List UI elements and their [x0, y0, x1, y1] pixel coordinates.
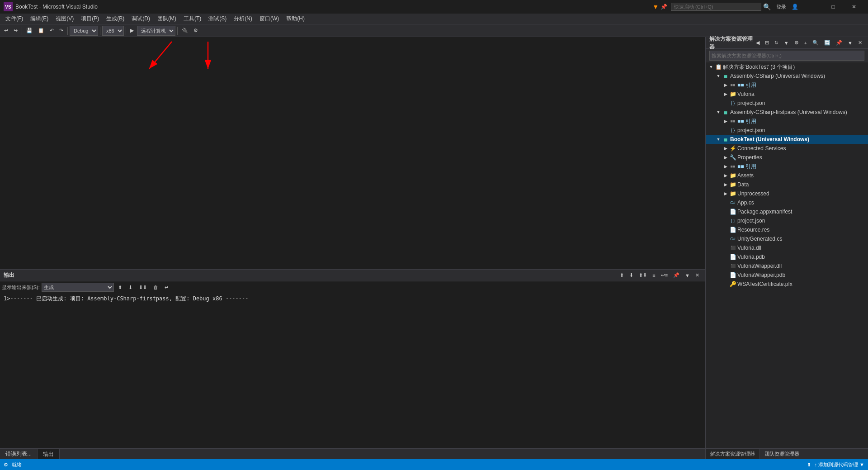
expand-btn-18[interactable]	[722, 226, 729, 233]
close-button[interactable]: ✕	[844, 0, 864, 14]
menu-item-P[interactable]: 项目(P)	[77, 14, 103, 24]
editor-content[interactable]	[0, 37, 705, 269]
expand-btn-15[interactable]	[722, 199, 729, 206]
toolbar-save-btn[interactable]: 💾	[24, 26, 35, 36]
tree-item-11[interactable]: ▶■■■■ 引用	[706, 162, 868, 171]
tree-item-18[interactable]: 📄Resource.res	[706, 225, 868, 234]
toolbar-back-btn[interactable]: ↩	[2, 26, 10, 36]
expand-btn-1[interactable]: ▼	[715, 72, 722, 80]
output-content[interactable]: 1>------- 已启动生成: 项目: Assembly-CSharp-fir…	[0, 293, 705, 448]
expand-btn-23[interactable]	[722, 271, 729, 279]
menu-item-D[interactable]: 调试(D)	[128, 14, 154, 24]
tree-item-20[interactable]: ⬛Vuforia.dll	[706, 243, 868, 252]
expand-btn-16[interactable]	[722, 208, 729, 215]
tree-item-19[interactable]: C#UnityGenerated.cs	[706, 234, 868, 243]
se-sync-btn[interactable]: 🔄	[822, 38, 833, 48]
menu-item-H[interactable]: 帮助(H)	[283, 14, 308, 24]
tree-item-0[interactable]: ▼📋解决方案'BookTest' (3 个项目)	[706, 62, 868, 71]
se-tab-[interactable]: 解决方案资源管理器	[706, 449, 760, 460]
panel-tab-[interactable]: 输出	[38, 449, 60, 460]
output-nav-down[interactable]: ⬇	[126, 282, 135, 292]
status-add-source[interactable]: ↑ 添加到源代码管理 ▼	[815, 461, 865, 468]
tree-item-15[interactable]: C#App.cs	[706, 198, 868, 207]
se-newfile-btn[interactable]: +	[802, 38, 809, 48]
expand-btn-10[interactable]: ▶	[722, 154, 729, 161]
se-pin-btn[interactable]: 📌	[834, 38, 844, 48]
se-prev-btn[interactable]: ◀	[754, 38, 762, 48]
se-settings-btn[interactable]: ⚙	[792, 38, 801, 48]
expand-btn-12[interactable]: ▶	[722, 172, 729, 179]
menu-item-N[interactable]: 分析(N)	[230, 14, 256, 24]
output-clear-btn[interactable]: ≡	[650, 271, 657, 280]
se-search-input[interactable]	[709, 51, 864, 61]
tree-item-24[interactable]: 🔑WSATestCertificate.pfx	[706, 280, 868, 289]
expand-btn-0[interactable]: ▼	[708, 63, 715, 71]
se-collapse-all-btn[interactable]: ⊟	[763, 38, 771, 48]
expand-btn-17[interactable]	[722, 217, 729, 224]
expand-btn-24[interactable]	[722, 280, 729, 288]
output-btn-1[interactable]: ⬆	[618, 271, 626, 280]
expand-btn-22[interactable]	[722, 262, 729, 270]
se-refresh-btn[interactable]: ↻	[772, 38, 781, 48]
expand-btn-14[interactable]: ▶	[722, 190, 729, 197]
menu-item-B[interactable]: 生成(B)	[103, 14, 128, 24]
tree-item-6[interactable]: ▶■■■■ 引用	[706, 117, 868, 126]
output-nav-up[interactable]: ⬆	[116, 282, 124, 292]
tree-item-9[interactable]: ▶⚡Connected Services	[706, 144, 868, 153]
expand-btn-2[interactable]: ▶	[722, 81, 729, 89]
tree-item-21[interactable]: 📄Vuforia.pdb	[706, 252, 868, 261]
expand-btn-9[interactable]: ▶	[722, 145, 729, 152]
se-search-btn[interactable]: 🔍	[810, 38, 821, 48]
expand-btn-8[interactable]: ▼	[715, 136, 722, 143]
tree-item-7[interactable]: { }project.json	[706, 126, 868, 135]
output-wrap-btn[interactable]: ↩≡	[659, 271, 670, 280]
minimize-button[interactable]: ─	[802, 0, 823, 14]
se-filter-btn[interactable]: ▼	[782, 38, 791, 48]
toolbar-extra-btn[interactable]: ⚙	[191, 26, 200, 36]
toolbar-save-all-btn[interactable]: 📋	[36, 26, 47, 36]
tree-item-13[interactable]: ▶📁Data	[706, 180, 868, 189]
menu-item-T[interactable]: 工具(T)	[180, 14, 205, 24]
tree-item-4[interactable]: { }project.json	[706, 99, 868, 108]
expand-btn-3[interactable]: ▶	[722, 90, 729, 98]
expand-btn-20[interactable]	[722, 244, 729, 252]
expand-btn-6[interactable]: ▶	[722, 118, 729, 125]
expand-btn-21[interactable]	[722, 253, 729, 261]
output-wrap2[interactable]: ↵	[162, 282, 171, 292]
tree-item-16[interactable]: 📄Package.appxmanifest	[706, 207, 868, 216]
menu-item-V[interactable]: 视图(V)	[52, 14, 77, 24]
se-tab-[interactable]: 团队资源管理器	[760, 449, 804, 460]
tree-item-17[interactable]: { }project.json	[706, 216, 868, 225]
output-nav-end[interactable]: ⬇⬇	[137, 282, 149, 292]
tree-item-2[interactable]: ▶■■■■ 引用	[706, 81, 868, 90]
tree-item-5[interactable]: ▼◼Assembly-CSharp-firstpass (Universal W…	[706, 108, 868, 117]
remote-select[interactable]: 远程计算机	[137, 26, 175, 36]
menu-item-M[interactable]: 团队(M)	[154, 14, 180, 24]
maximize-button[interactable]: □	[823, 0, 844, 14]
menu-item-S[interactable]: 测试(S)	[205, 14, 230, 24]
platform-select[interactable]: x86	[102, 26, 124, 36]
tree-item-10[interactable]: ▶🔧Properties	[706, 153, 868, 162]
tree-item-14[interactable]: ▶📁Unprocessed	[706, 189, 868, 198]
quick-launch-input[interactable]	[671, 3, 761, 11]
expand-btn-4[interactable]	[722, 100, 729, 107]
config-select[interactable]: Debug	[70, 26, 98, 36]
se-dropdown-btn[interactable]: ▼	[845, 38, 855, 48]
output-btn-3[interactable]: ⬆⬇	[637, 271, 649, 280]
expand-btn-19[interactable]	[722, 235, 729, 242]
sign-in-button[interactable]: 登录	[776, 4, 786, 10]
output-close-btn[interactable]: ✕	[693, 271, 702, 280]
pin-icon[interactable]: 📌	[660, 4, 667, 10]
tree-item-3[interactable]: ▶📁Vuforia	[706, 90, 868, 99]
output-dropdown-btn[interactable]: ▼	[683, 271, 692, 280]
expand-btn-11[interactable]: ▶	[722, 163, 729, 170]
expand-btn-7[interactable]	[722, 127, 729, 134]
toolbar-undo-btn[interactable]: ↶	[47, 26, 56, 36]
expand-btn-13[interactable]: ▶	[722, 181, 729, 188]
tree-item-1[interactable]: ▼◼Assembly-CSharp (Universal Windows)	[706, 71, 868, 81]
output-pin-btn[interactable]: 📌	[671, 271, 682, 280]
menu-item-W[interactable]: 窗口(W)	[256, 14, 283, 24]
tree-item-12[interactable]: ▶📁Assets	[706, 171, 868, 180]
menu-item-F[interactable]: 文件(F)	[2, 14, 27, 24]
start-btn[interactable]: ▶	[128, 26, 136, 36]
